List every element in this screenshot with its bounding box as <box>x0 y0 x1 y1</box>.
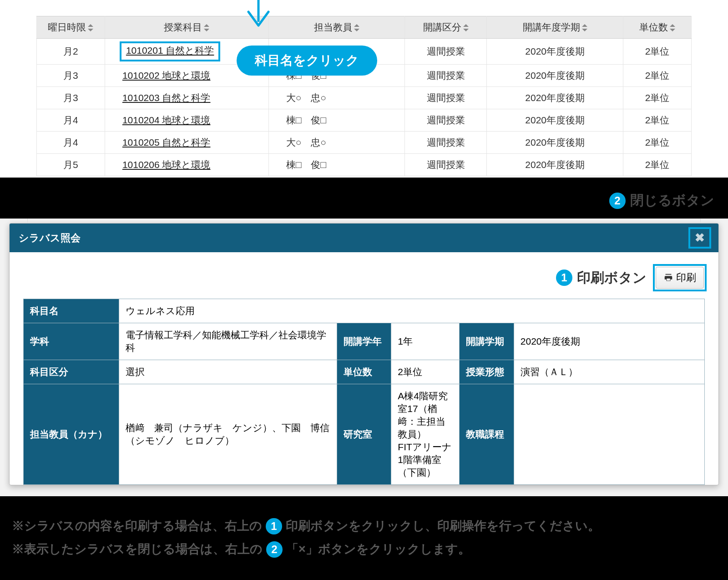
subject-link[interactable]: 1010205 自然と科学 <box>122 137 211 148</box>
cell-category: 週間授業 <box>405 65 487 87</box>
cell-term: 2020年度後期 <box>487 87 623 109</box>
table-row: 月51010206 地球と環境棟□ 俊□週間授業2020年度後期2単位 <box>37 154 692 176</box>
cell-subject: 1010206 地球と環境 <box>105 154 268 176</box>
printer-icon <box>663 273 673 283</box>
cell-faculty: 大○ 忠○ <box>268 132 405 154</box>
col-credits[interactable]: 単位数 <box>623 16 692 39</box>
cell-term: 2020年度後期 <box>487 39 623 65</box>
cell-credits: 2単位 <box>623 154 692 176</box>
sort-icon <box>354 24 359 31</box>
annotation-print: 1 印刷ボタン <box>556 269 647 287</box>
col-faculty[interactable]: 担当教員 <box>268 16 405 39</box>
cell-day: 月4 <box>37 132 105 154</box>
td-teach <box>514 384 704 485</box>
badge-number-2: 2 <box>266 541 283 558</box>
cell-day: 月5 <box>37 154 105 176</box>
cell-day: 月2 <box>37 39 105 65</box>
td-classcat: 選択 <box>119 360 337 384</box>
th-credits: 単位数 <box>337 360 391 384</box>
cell-term: 2020年度後期 <box>487 132 623 154</box>
subject-link[interactable]: 1010206 地球と環境 <box>122 159 211 170</box>
cell-credits: 2単位 <box>623 39 692 65</box>
th-grade: 開講学年 <box>337 323 391 360</box>
subject-link-highlight: 1010201 自然と科学 <box>120 41 221 61</box>
syllabus-dialog: シラバス照会 ✖ 1 印刷ボタン 印刷 <box>9 223 719 485</box>
td-grade: 1年 <box>391 323 460 360</box>
td-dept: 電子情報工学科／知能機械工学科／社会環境学科 <box>119 323 337 360</box>
td-style: 演習（ＡＬ） <box>514 360 704 384</box>
subject-link[interactable]: 1010204 地球と環境 <box>122 115 211 125</box>
cell-term: 2020年度後期 <box>487 109 623 132</box>
subject-link[interactable]: 1010202 地球と環境 <box>122 70 211 81</box>
sort-icon <box>670 24 675 31</box>
td-lab: A棟4階研究室17（楢﨑：主担当教員） FITアリーナ1階準備室（下園） <box>391 384 460 485</box>
cell-faculty: 棟□ 俊□ <box>268 109 405 132</box>
td-subject-name: ウェルネス応用 <box>119 299 704 323</box>
cell-subject: 1010204 地球と環境 <box>105 109 268 132</box>
close-icon[interactable]: ✖ <box>690 229 709 247</box>
cell-category: 週間授業 <box>405 39 487 65</box>
td-faculty: 楢﨑 兼司（ナラザキ ケンジ）、下園 博信（シモゾノ ヒロノブ） <box>119 384 337 485</box>
cell-credits: 2単位 <box>623 87 692 109</box>
cell-category: 週間授業 <box>405 87 487 109</box>
th-classcat: 科目区分 <box>24 360 119 384</box>
td-term: 2020年度後期 <box>514 323 704 360</box>
course-list-panel: 曜日時限 授業科目 担当教員 開講区分 開講年度学期 単位数 月21010201… <box>0 0 728 178</box>
sort-icon <box>463 24 469 31</box>
arrow-down-icon <box>245 0 272 31</box>
td-credits: 2単位 <box>391 360 460 384</box>
annotation-close: 2 閉じるボタン <box>609 191 714 210</box>
sort-icon <box>88 24 93 31</box>
th-dept: 学科 <box>24 323 119 360</box>
cell-subject: 1010205 自然と科学 <box>105 132 268 154</box>
syllabus-dialog-panel: シラバス照会 ✖ 1 印刷ボタン 印刷 <box>0 219 728 496</box>
print-button[interactable]: 印刷 <box>656 267 704 289</box>
syllabus-detail-table: 科目名 ウェルネス応用 学科 電子情報工学科／知能機械工学科／社会環境学科 開講… <box>23 299 705 485</box>
subject-link[interactable]: 1010201 自然と科学 <box>126 45 214 56</box>
cell-category: 週間授業 <box>405 154 487 176</box>
sort-icon <box>582 24 587 31</box>
close-button-highlight: ✖ <box>690 229 709 247</box>
table-row: 月41010204 地球と環境棟□ 俊□週間授業2020年度後期2単位 <box>37 109 692 132</box>
footer-notes: ※シラバスの内容を印刷する場合は、右上の 1 印刷ボタンをクリックし、印刷操作を… <box>0 496 728 577</box>
table-row: 月31010203 自然と科学大○ 忠○週間授業2020年度後期2単位 <box>37 87 692 109</box>
callout-click-subject: 科目名をクリック <box>237 46 377 76</box>
th-lab: 研究室 <box>337 384 391 485</box>
cell-term: 2020年度後期 <box>487 154 623 176</box>
th-faculty: 担当教員（カナ） <box>24 384 119 485</box>
cell-category: 週間授業 <box>405 132 487 154</box>
subject-link[interactable]: 1010203 自然と科学 <box>122 92 211 103</box>
col-category[interactable]: 開講区分 <box>405 16 487 39</box>
print-button-highlight: 印刷 <box>655 266 705 290</box>
badge-number-1: 1 <box>556 270 572 286</box>
cell-day: 月4 <box>37 109 105 132</box>
col-day[interactable]: 曜日時限 <box>37 16 105 39</box>
divider-strip: 2 閉じるボタン <box>0 178 728 219</box>
th-style: 授業形態 <box>460 360 514 384</box>
cell-faculty: 棟□ 俊□ <box>268 154 405 176</box>
th-subject-name: 科目名 <box>24 299 119 323</box>
cell-day: 月3 <box>37 87 105 109</box>
cell-faculty: 大○ 忠○ <box>268 87 405 109</box>
col-subject[interactable]: 授業科目 <box>105 16 268 39</box>
dialog-header: シラバス照会 ✖ <box>10 224 718 252</box>
table-row: 月41010205 自然と科学大○ 忠○週間授業2020年度後期2単位 <box>37 132 692 154</box>
badge-number-1: 1 <box>266 518 282 534</box>
cell-term: 2020年度後期 <box>487 65 623 87</box>
col-term[interactable]: 開講年度学期 <box>487 16 623 39</box>
sort-icon <box>204 24 209 31</box>
badge-number-2: 2 <box>609 193 626 209</box>
cell-day: 月3 <box>37 65 105 87</box>
course-table: 曜日時限 授業科目 担当教員 開講区分 開講年度学期 単位数 月21010201… <box>36 16 692 176</box>
th-term: 開講学期 <box>460 323 514 360</box>
cell-subject: 1010203 自然と科学 <box>105 87 268 109</box>
cell-category: 週間授業 <box>405 109 487 132</box>
cell-credits: 2単位 <box>623 65 692 87</box>
cell-credits: 2単位 <box>623 132 692 154</box>
cell-credits: 2単位 <box>623 109 692 132</box>
dialog-title: シラバス照会 <box>19 231 81 245</box>
th-teach: 教職課程 <box>460 384 514 485</box>
